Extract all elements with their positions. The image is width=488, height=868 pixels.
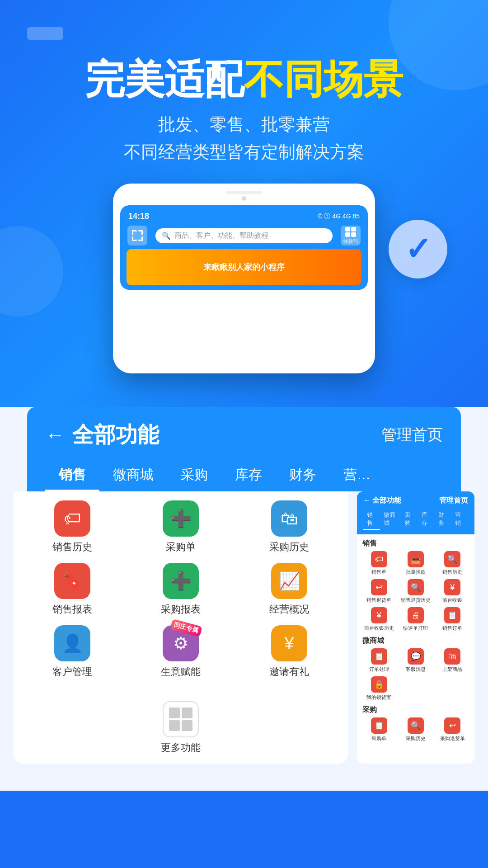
mini-order-proc-icon[interactable]: 📋 [371, 648, 387, 665]
mini-cashier-hist-icon[interactable]: ¥ [371, 607, 387, 623]
qr-label: 收款码 [343, 238, 358, 245]
more-functions-icon[interactable] [163, 701, 199, 737]
headline-white: 完美适配 [85, 57, 244, 102]
mini-header-row: ← 全部功能 管理首页 [363, 496, 468, 505]
purchase-history-icon[interactable]: 🛍 [271, 500, 307, 537]
mini-sales-title: 销售 [362, 539, 469, 548]
invite-gift-icon[interactable]: ¥ [271, 625, 307, 661]
list-item: 🛍 采购历史 [239, 500, 339, 554]
phone-time: 14:18 [128, 212, 149, 221]
mini-tab-purchase[interactable]: 采购 [401, 509, 418, 530]
mini-batch-push-label: 批量推款 [406, 569, 426, 576]
mini-sales-orders-label: 销售订单 [442, 625, 462, 632]
right-panel: ← 全部功能 管理首页 销售 微商城 采购 库存 财务 营销 销售 🏷 销售单 … [357, 491, 474, 764]
mini-tab-finance[interactable]: 财务 [435, 509, 451, 530]
mini-sales-return-hist-label: 销售退货历史 [401, 597, 431, 604]
sales-history-label: 销售历史 [52, 540, 92, 554]
mini-sales-order-icon[interactable]: 🏷 [371, 551, 387, 567]
mini-sales-history-label: 销售历史 [442, 569, 462, 576]
mini-tab-mini-shop[interactable]: 微商城 [380, 509, 401, 530]
mini-customer-msg-icon[interactable]: 💬 [408, 648, 424, 665]
list-item: 🔒 我的锁货宝 [362, 676, 395, 701]
purchase-report-icon[interactable]: ➕ [163, 563, 199, 599]
list-item: ↩ 销售退货单 [362, 579, 395, 604]
mini-manage-home[interactable]: 管理首页 [439, 496, 468, 505]
headline-sub: 批发、零售、批零兼营 不同经营类型皆有定制解决方案 [27, 111, 461, 166]
mini-quick-print-label: 快速单打印 [403, 625, 428, 632]
list-item: 📋 采购单 [362, 717, 395, 742]
phone-notch [226, 191, 262, 194]
mini-cashier-icon[interactable]: ¥ [444, 579, 460, 595]
list-item: 📈 经营概况 [239, 563, 339, 616]
mini-tab-sales[interactable]: 销售 [363, 509, 380, 530]
search-bar[interactable]: 🔍 商品、客户、功能、帮助教程 [155, 228, 333, 243]
sales-report-icon[interactable]: 🔖 [54, 563, 90, 599]
list-item: 🖨 快速单打印 [399, 607, 432, 632]
tab-sales[interactable]: 销售 [45, 460, 99, 491]
mini-batch-push-icon[interactable]: 📤 [408, 551, 424, 567]
mini-sales-orders-icon[interactable]: 📋 [444, 607, 460, 623]
customer-mgmt-label: 客户管理 [52, 665, 92, 679]
phone-status-bar: 14:18 © ⓣ 4G 4G 85 [125, 210, 363, 223]
tab-mini-shop[interactable]: 微商城 [99, 460, 167, 491]
mini-purchase-title: 采购 [362, 705, 469, 715]
left-panel: 🏷 销售历史 ➕ 采购单 🛍 采购历史 🔖 销售报表 ➕ 采购报表 📈 [14, 491, 348, 764]
list-item: ↩ 采购退货单 [436, 717, 469, 742]
manage-home-link[interactable]: 管理首页 [381, 425, 443, 445]
mini-sales-return-label: 销售退货单 [366, 597, 391, 604]
customer-mgmt-icon[interactable]: 👤 [54, 625, 90, 661]
phone-signal-icons: © ⓣ 4G 4G 85 [318, 212, 360, 221]
list-item: 📋 订单处理 [362, 648, 395, 673]
tab-finance[interactable]: 财务 [276, 460, 330, 491]
headline-yellow: 不同场景 [244, 57, 403, 102]
status-pill [27, 27, 63, 40]
mini-customer-msg-label: 客服消息 [406, 666, 426, 673]
mini-quick-print-icon[interactable]: 🖨 [408, 607, 424, 623]
business-enable-icon[interactable]: ⚙ 同庄专属 [163, 625, 199, 661]
function-bar-title: ← 全部功能 [45, 420, 159, 449]
list-item: ➕ 采购单 [131, 500, 230, 554]
sales-report-label: 销售报表 [52, 603, 92, 616]
list-item: 📤 批量推款 [399, 551, 432, 576]
hero-headline: 完美适配不同场景 批发、零售、批零兼营 不同经营类型皆有定制解决方案 [27, 58, 461, 165]
qr-button[interactable]: 收款码 [341, 226, 361, 245]
mini-cashier-label: 前台收银 [442, 597, 462, 604]
mini-purchase-order-icon[interactable]: 📋 [371, 717, 387, 734]
mini-tab-inventory[interactable]: 库存 [418, 509, 435, 530]
function-tabs: 销售 微商城 采购 库存 财务 营… [45, 460, 443, 491]
invite-gift-label: 邀请有礼 [269, 665, 309, 679]
function-bar: ← 全部功能 管理首页 销售 微商城 采购 库存 财务 营… [27, 407, 461, 491]
more-functions-label: 更多功能 [161, 741, 201, 755]
list-item: 🏷 销售单 [362, 551, 395, 576]
mini-lock-goods-icon[interactable]: 🔒 [371, 676, 387, 693]
back-arrow-icon[interactable]: ← [45, 424, 65, 446]
purchase-order-icon[interactable]: ➕ [163, 500, 199, 537]
mini-sales-grid: 🏷 销售单 📤 批量推款 🔍 销售历史 ↩ 销售退货单 🔍 销售退货历史 ¥ [362, 551, 469, 632]
sales-history-icon[interactable]: 🏷 [54, 500, 90, 537]
mini-sales-return-hist-icon[interactable]: 🔍 [408, 579, 424, 595]
headline-main: 完美适配不同场景 [27, 58, 461, 102]
tab-purchase[interactable]: 采购 [167, 460, 221, 491]
mini-sales-history-icon[interactable]: 🔍 [444, 551, 460, 567]
mini-tab-marketing[interactable]: 营销 [451, 509, 468, 530]
list-item: ➕ 采购报表 [131, 563, 230, 616]
mini-list-goods-icon[interactable]: 🛍 [444, 648, 460, 665]
mini-sales-return-icon[interactable]: ↩ [371, 579, 387, 595]
mini-purchase-return-icon[interactable]: ↩ [444, 717, 460, 734]
mini-purchase-return-label: 采购退货单 [440, 735, 465, 742]
tab-inventory[interactable]: 库存 [221, 460, 276, 491]
phone-banner: 来瞅瞅别人家的小程序 [127, 249, 361, 285]
scan-button[interactable] [127, 226, 147, 245]
function-bar-title-text: 全部功能 [72, 420, 159, 449]
tab-marketing[interactable]: 营… [330, 460, 384, 491]
business-overview-icon[interactable]: 📈 [271, 563, 307, 599]
mini-purchase-hist-icon[interactable]: 🔍 [408, 717, 424, 734]
list-item: ¥ 前台收银 [436, 579, 469, 604]
business-enable-label: 生意赋能 [161, 665, 201, 679]
phone-mockup: 14:18 © ⓣ 4G 4G 85 🔍 [113, 184, 375, 373]
mini-cashier-hist-label: 前台收银历史 [364, 625, 394, 632]
check-circle: ✓ [389, 220, 447, 278]
list-item: 🛍 上架商品 [436, 648, 469, 673]
mini-back-label[interactable]: ← 全部功能 [363, 496, 401, 505]
list-item: 🔖 销售报表 [23, 563, 122, 616]
